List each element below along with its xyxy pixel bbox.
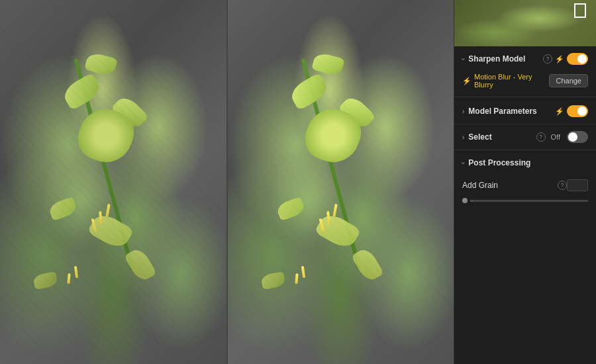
image-comparison-area (0, 0, 454, 364)
panel-content: › Sharpen Model ? ⚡ ⚡ Motion Blur - Very… (454, 46, 596, 364)
grain-slider-fill (470, 200, 473, 202)
flower-image-left (0, 0, 226, 364)
grain-value-input[interactable]: 0 (567, 179, 588, 191)
model-params-toggle[interactable] (567, 105, 588, 117)
sharpen-model-title: Sharpen Model (468, 54, 540, 64)
post-processing-header[interactable]: › Post Processing (454, 152, 596, 173)
sidebar: › Sharpen Model ? ⚡ ⚡ Motion Blur - Very… (454, 0, 596, 364)
thumbnail-area (454, 0, 596, 46)
image-panel-right (226, 0, 454, 364)
grain-help-icon[interactable]: ? (558, 181, 567, 190)
slider-handle[interactable] (462, 198, 468, 203)
model-parameters-section-header[interactable]: › Model Parameters ⚡ (454, 99, 596, 122)
sharpen-model-toggle-wrap: ⚡ (555, 53, 588, 65)
sharpen-model-lightning: ⚡ (555, 55, 564, 64)
model-lightning-icon: ⚡ (462, 77, 472, 85)
select-section-header[interactable]: › Select ? Off (454, 126, 596, 148)
grain-slider-track[interactable] (470, 200, 588, 202)
sharpen-model-chevron: › (460, 58, 467, 60)
grain-label: Add Grain (462, 181, 555, 190)
grain-slider-row (462, 197, 588, 205)
select-chevron: › (462, 134, 464, 141)
flower-image-right (228, 0, 454, 364)
change-model-button[interactable]: Change (549, 74, 588, 87)
sharpen-model-section-header[interactable]: › Sharpen Model ? ⚡ (454, 46, 596, 70)
model-badge-row: ⚡ Motion Blur - Very Blurry Change (454, 70, 596, 95)
model-params-lightning: ⚡ (555, 107, 564, 116)
select-value: Off (551, 133, 560, 141)
divider-2 (454, 124, 596, 124)
image-panel-left (0, 0, 226, 364)
model-badge: ⚡ Motion Blur - Very Blurry (462, 73, 545, 89)
sharpen-model-help-icon[interactable]: ? (543, 54, 552, 64)
select-help-icon[interactable]: ? (536, 132, 546, 142)
divider-1 (454, 97, 596, 97)
model-name-label: Motion Blur - Very Blurry (474, 73, 545, 89)
post-processing-title: Post Processing (468, 158, 588, 167)
select-toggle[interactable] (567, 131, 588, 143)
thumbnail-selection-rect (574, 3, 586, 18)
post-processing-chevron: › (460, 161, 467, 163)
sharpen-model-toggle[interactable] (567, 53, 588, 65)
model-params-toggle-wrap: ⚡ (555, 105, 588, 117)
divider-3 (454, 150, 596, 150)
grain-label-row: Add Grain ? 0 (462, 179, 588, 191)
select-title: Select (468, 132, 532, 142)
post-processing-section: › Post Processing Add Grain ? 0 (454, 152, 596, 208)
model-params-chevron: › (462, 108, 464, 115)
add-grain-row: Add Grain ? 0 (454, 173, 596, 208)
model-parameters-title: Model Parameters (468, 107, 552, 116)
